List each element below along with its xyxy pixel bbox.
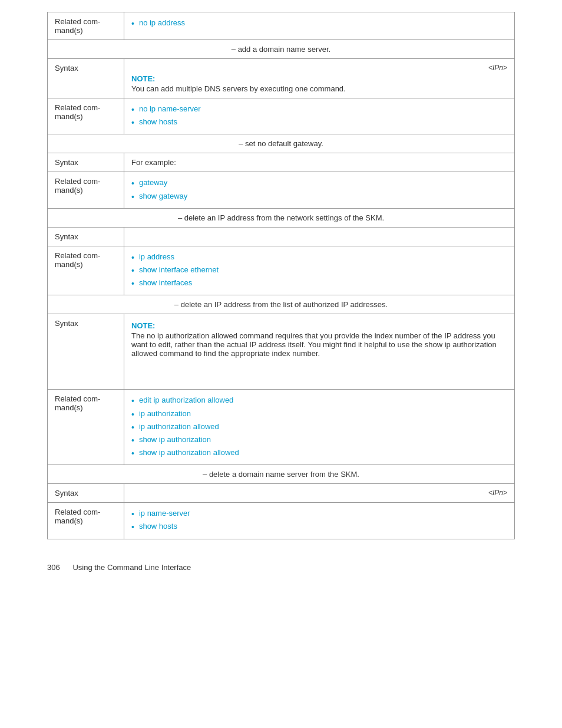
list-item: no ip address (131, 17, 507, 30)
link-show-ip-authorization[interactable]: show ip authorization (139, 435, 211, 444)
table-row-header: – add a domain name server. (48, 40, 515, 59)
note-text: You can add multiple DNS servers by exec… (131, 84, 507, 93)
table-row-header: – delete an IP address from the network … (48, 208, 515, 227)
list-item: ip address (131, 251, 507, 264)
label-cell: Syntax (48, 484, 124, 503)
content-cell: no ip name-server show hosts (124, 98, 515, 134)
content-cell: no ip address (124, 12, 515, 40)
label-cell: Related com-mand(s) (48, 246, 124, 295)
table-row: Syntax NOTE: The no ip authorization all… (48, 314, 515, 390)
content-cell: ip address show interface ethernet show … (124, 246, 515, 295)
bullet-list: gateway show gateway (131, 177, 507, 203)
bullet-list: no ip name-server show hosts (131, 103, 507, 129)
note-text: The no ip authorization allowed command … (131, 331, 507, 358)
list-item: ip name-server (131, 508, 507, 521)
label-cell: Syntax (48, 314, 124, 390)
list-item: ip authorization allowed (131, 421, 507, 434)
section-header: – delete a domain name server from the S… (48, 465, 515, 484)
content-cell: ip name-server show hosts (124, 503, 515, 539)
note-block: NOTE: The no ip authorization allowed co… (131, 321, 507, 358)
content-cell: gateway show gateway (124, 172, 515, 208)
link-ip-name-server[interactable]: ip name-server (139, 509, 190, 518)
list-item: gateway (131, 177, 507, 190)
table-row: Syntax <IPn> (48, 484, 515, 503)
link-edit-ip-auth[interactable]: edit ip authorization allowed (139, 396, 233, 404)
list-item: edit ip authorization allowed (131, 394, 507, 407)
table-row: Related com-mand(s) edit ip authorizatio… (48, 390, 515, 465)
label-cell: Syntax (48, 153, 124, 172)
link-show-hosts-2[interactable]: show hosts (139, 522, 177, 531)
label-cell: Syntax (48, 227, 124, 246)
list-item: show interfaces (131, 277, 507, 290)
section-header: – delete an IP address from the list of … (48, 295, 515, 314)
content-cell: NOTE: The no ip authorization allowed co… (124, 314, 515, 390)
list-item: show interface ethernet (131, 264, 507, 277)
table-row: Syntax For example: (48, 153, 515, 172)
list-item: show hosts (131, 521, 507, 533)
list-item: no ip name-server (131, 103, 507, 116)
list-item: show ip authorization allowed (131, 447, 507, 460)
table-row: Syntax <IPn> NOTE: You can add multiple … (48, 59, 515, 98)
table-row: Related com-mand(s) ip name-server show … (48, 503, 515, 539)
content-cell: <IPn> NOTE: You can add multiple DNS ser… (124, 59, 515, 98)
link-no-ip-name-server[interactable]: no ip name-server (139, 104, 201, 113)
footer-text: Using the Command Line Interface (72, 563, 191, 572)
label-cell: Related com-mand(s) (48, 172, 124, 208)
bullet-list: no ip address (131, 17, 507, 30)
note-label: NOTE: (131, 321, 155, 330)
content-cell: edit ip authorization allowed ip authori… (124, 390, 515, 465)
content-cell (124, 227, 515, 246)
footer-page: 306 (47, 563, 60, 572)
content-cell: <IPn> (124, 484, 515, 503)
bullet-list: ip name-server show hosts (131, 508, 507, 533)
link-ip-authorization[interactable]: ip authorization (139, 409, 191, 418)
label-cell: Related com-mand(s) (48, 12, 124, 40)
link-show-interface-ethernet[interactable]: show interface ethernet (139, 265, 219, 274)
list-item: show gateway (131, 190, 507, 203)
table-row-header: – delete an IP address from the list of … (48, 295, 515, 314)
label-cell: Syntax (48, 59, 124, 98)
table-row-header: – delete a domain name server from the S… (48, 465, 515, 484)
section-header: – delete an IP address from the network … (48, 208, 515, 227)
main-table: Related com-mand(s) no ip address – add … (47, 12, 515, 539)
bullet-list: ip address show interface ethernet show … (131, 251, 507, 291)
page: Related com-mand(s) no ip address – add … (0, 0, 562, 728)
list-item: show hosts (131, 116, 507, 129)
list-item: show ip authorization (131, 434, 507, 447)
table-row: Syntax (48, 227, 515, 246)
section-header: – add a domain name server. (48, 40, 515, 59)
link-show-ip-authorization-allowed[interactable]: show ip authorization allowed (139, 448, 239, 457)
label-cell: Related com-mand(s) (48, 390, 124, 465)
note-block: NOTE: You can add multiple DNS servers b… (131, 74, 507, 93)
link-gateway[interactable]: gateway (139, 178, 167, 187)
table-row: Related com-mand(s) ip address show inte… (48, 246, 515, 295)
footer: 306 Using the Command Line Interface (47, 563, 515, 572)
table-row: Related com-mand(s) gateway show gateway (48, 172, 515, 208)
link-show-interfaces[interactable]: show interfaces (139, 278, 192, 287)
note-label: NOTE: (131, 74, 155, 83)
table-row: Related com-mand(s) no ip address (48, 12, 515, 40)
link-ip-address[interactable]: ip address (139, 252, 174, 261)
link-ip-authorization-allowed[interactable]: ip authorization allowed (139, 422, 219, 431)
label-cell: Related com-mand(s) (48, 98, 124, 134)
list-item: ip authorization (131, 408, 507, 421)
param-ipn: <IPn> (131, 64, 507, 72)
label-cell: Related com-mand(s) (48, 503, 124, 539)
link-no-ip-address[interactable]: no ip address (139, 18, 185, 27)
bullet-list: edit ip authorization allowed ip authori… (131, 394, 507, 460)
table-row: Related com-mand(s) no ip name-server sh… (48, 98, 515, 134)
link-show-hosts-1[interactable]: show hosts (139, 117, 177, 126)
content-cell: For example: (124, 153, 515, 172)
table-row-header: – set no default gateway. (48, 134, 515, 153)
section-header: – set no default gateway. (48, 134, 515, 153)
link-show-gateway[interactable]: show gateway (139, 192, 187, 200)
